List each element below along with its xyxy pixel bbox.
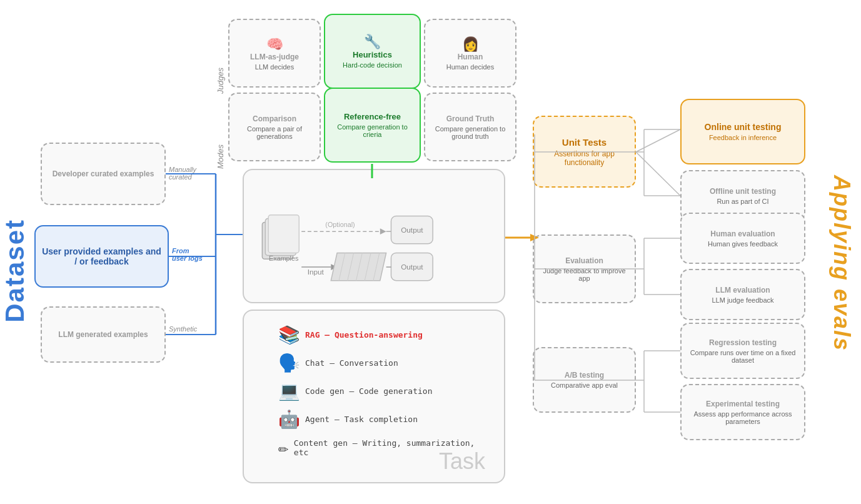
ab-testing-card: A/B testing Comparative app eval <box>533 347 636 413</box>
heuristics-judge-subtitle: Hard-code decision <box>343 61 402 69</box>
regression-testing-card: Regression testing Compare runs over tim… <box>680 323 805 379</box>
evaluation-title: Evaluation <box>565 256 603 265</box>
chat-task-item: 🗣️ Chat – Conversation <box>278 353 491 373</box>
svg-marker-4 <box>380 228 386 234</box>
human-evaluation-card: Human evaluation Human gives feedback <box>680 213 805 264</box>
regression-testing-subtitle: Compare runs over time on a fixed datase… <box>687 349 799 364</box>
codegen-icon: 💻 <box>278 381 300 401</box>
svg-text:Run: Run <box>346 255 360 263</box>
svg-rect-1 <box>265 219 296 256</box>
contentgen-icon: ✏️ <box>278 437 289 458</box>
chat-icon: 🗣️ <box>278 353 300 373</box>
svg-line-12 <box>365 253 371 280</box>
comparison-mode-subtitle: Compare a pair of generations <box>234 125 315 140</box>
user-provided-card: User provided examples and / or feedback <box>34 225 169 288</box>
developer-curated-title: Developer curated examples <box>53 169 154 178</box>
svg-line-33 <box>636 129 680 152</box>
svg-line-13 <box>373 253 380 280</box>
svg-line-10 <box>348 253 354 280</box>
offline-unit-testing-subtitle: Run as part of CI <box>717 198 768 205</box>
task-box: 📚 RAG – Question-answering 🗣️ Chat – Con… <box>243 310 505 483</box>
unit-tests-subtitle: Assertions for app functionality <box>539 149 630 167</box>
svg-rect-0 <box>262 222 293 259</box>
codegen-task-item: 💻 Code gen – Code generation <box>278 381 491 401</box>
llm-evaluation-subtitle: LLM judge feedback <box>712 296 773 304</box>
heuristics-judge-title: Heuristics <box>353 50 392 59</box>
experimental-testing-title: Experimental testing <box>706 400 780 408</box>
svg-line-34 <box>636 152 680 196</box>
unit-tests-card: Unit Tests Assertions for app functional… <box>533 116 636 188</box>
svg-marker-7 <box>331 264 337 270</box>
svg-text:Output: Output <box>401 263 423 271</box>
evaluation-subtitle: Judge feedback to improve app <box>539 267 630 282</box>
llm-evaluation-card: LLM evaluation LLM judge feedback <box>680 269 805 320</box>
llm-generated-card: LLM generated examples <box>41 306 166 363</box>
reference-free-mode-title: Reference-free <box>344 112 401 121</box>
offline-unit-testing-title: Offline unit testing <box>710 187 776 196</box>
llm-evaluation-title: LLM evaluation <box>715 286 770 295</box>
dataset-label: Dataset <box>0 219 30 323</box>
regression-testing-title: Regression testing <box>709 338 777 347</box>
svg-text:Output: Output <box>401 226 423 234</box>
human-judge-title: Human <box>458 53 483 61</box>
ground-truth-mode-subtitle: Compare generation to ground truth <box>430 125 510 140</box>
svg-line-11 <box>356 253 363 280</box>
ground-truth-mode-card: Ground Truth Compare generation to groun… <box>424 93 516 161</box>
llm-generated-title: LLM generated examples <box>58 330 148 339</box>
svg-rect-16 <box>391 253 433 280</box>
svg-rect-14 <box>391 216 433 244</box>
experimental-testing-subtitle: Assess app performance across parameters <box>687 410 799 425</box>
unit-tests-title: Unit Tests <box>562 137 607 148</box>
human-judge-card: 👩 Human Human decides <box>424 19 516 88</box>
ground-truth-mode-title: Ground Truth <box>446 114 495 123</box>
from-user-logs-label: Fromuser logs <box>172 247 203 262</box>
reference-free-mode-card: Reference-free Compare generation to cri… <box>324 88 421 163</box>
human-evaluation-title: Human evaluation <box>710 229 775 238</box>
ab-testing-title: A/B testing <box>565 371 604 380</box>
task-label: Task <box>439 448 485 475</box>
modes-label: Modes <box>216 94 225 169</box>
evaluation-card: Evaluation Judge feedback to improve app <box>533 234 636 303</box>
llm-judge-title: LLM-as-judge <box>250 53 299 61</box>
reference-free-mode-subtitle: Compare generation to crieria <box>330 123 415 138</box>
comparison-mode-card: Comparison Compare a pair of generations <box>228 93 321 161</box>
diagram-container: Dataset Applying evals Judges Modes 🧠 LL… <box>0 0 861 504</box>
task-items-container: 📚 RAG – Question-answering 🗣️ Chat – Con… <box>278 322 491 460</box>
judges-label: Judges <box>216 19 225 94</box>
svg-rect-2 <box>268 215 299 253</box>
pipeline-svg: Run Output Output Input Exam <box>244 170 504 302</box>
pipeline-box: Run Output Output Input Exam <box>243 169 505 303</box>
experimental-testing-card: Experimental testing Assess app performa… <box>680 384 805 440</box>
llm-judge-card: 🧠 LLM-as-judge LLM decides <box>228 19 321 88</box>
heuristics-judge-card: 🔧 Heuristics Hard-code decision <box>324 14 421 89</box>
manually-curated-label: Manuallycurated <box>169 166 196 181</box>
ab-testing-subtitle: Comparative app eval <box>551 381 618 389</box>
svg-text:(Optional): (Optional) <box>325 221 355 228</box>
svg-text:Examples: Examples <box>269 255 298 262</box>
agent-icon: 🤖 <box>278 409 300 430</box>
svg-marker-8 <box>331 253 386 280</box>
svg-line-9 <box>339 253 345 280</box>
human-judge-subtitle: Human decides <box>446 63 494 71</box>
applying-evals-label: Applying evals <box>828 175 855 351</box>
developer-curated-card: Developer curated examples <box>41 143 166 205</box>
agent-task-item: 🤖 Agent – Task completion <box>278 409 491 430</box>
svg-text:Input: Input <box>308 268 325 276</box>
rag-task-item: 📚 RAG – Question-answering <box>278 325 491 345</box>
llm-judge-subtitle: LLM decides <box>255 63 294 71</box>
online-unit-testing-subtitle: Feedback in inference <box>709 134 777 141</box>
comparison-mode-title: Comparison <box>253 114 296 123</box>
online-unit-testing-card: Online unit testing Feedback in inferenc… <box>680 99 805 164</box>
human-evaluation-subtitle: Human gives feedback <box>708 240 778 248</box>
user-provided-title: User provided examples and / or feedback <box>41 246 163 266</box>
rag-icon: 📚 <box>278 325 300 345</box>
synthetic-label: Synthetic <box>169 325 197 333</box>
online-unit-testing-title: Online unit testing <box>705 122 782 132</box>
